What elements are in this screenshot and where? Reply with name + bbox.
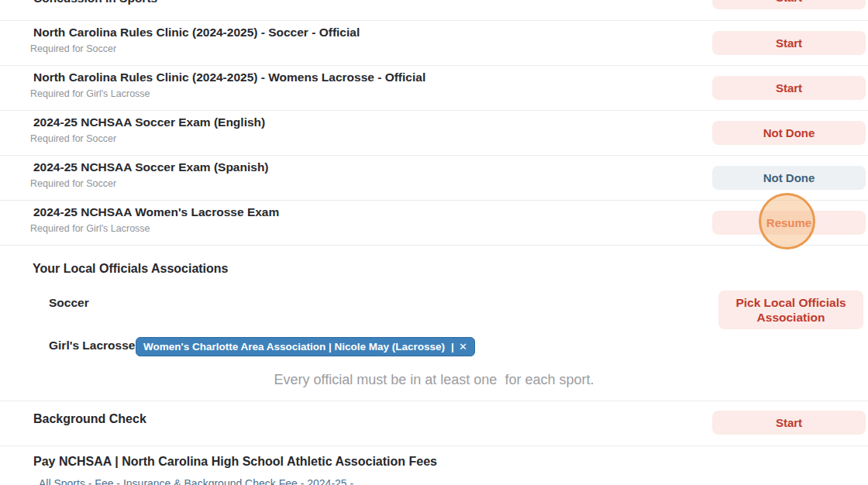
start-button[interactable]: Start [712, 31, 866, 55]
requirement-title: North Carolina Rules Clinic (2024-2025) … [33, 71, 425, 84]
requirement-subtitle: Required for Girl's Lacrosse [30, 223, 150, 234]
start-button[interactable]: Start [712, 0, 866, 9]
sport-label-girls-lacrosse: Girl's Lacrosse [49, 339, 135, 353]
requirement-row: 2024-25 NCHSAA Soccer Exam (English) Req… [0, 110, 868, 155]
requirement-title: Concussion in Sports [33, 0, 157, 5]
requirement-row: North Carolina Rules Clinic (2024-2025) … [0, 20, 868, 65]
requirement-title: 2024-25 NCHSAA Soccer Exam (English) [33, 115, 265, 129]
association-chip-divider: | [451, 338, 454, 356]
association-note: Every official must be in at least one f… [0, 371, 868, 388]
fees-link[interactable]: All Sports - Fee - Insurance & Backgroun… [39, 477, 353, 485]
start-button[interactable]: Start [712, 411, 866, 435]
association-chip: Women's Charlotte Area Association | Nic… [136, 337, 475, 356]
background-check-row: Background Check Start [0, 401, 868, 445]
chip-close-icon[interactable]: ✕ [459, 338, 467, 356]
requirement-subtitle: Required for Soccer [30, 43, 116, 54]
requirement-subtitle: Required for Soccer [30, 133, 116, 144]
requirements-page: Concussion in Sports Start North Carolin… [0, 0, 868, 485]
sport-label-soccer: Soccer [49, 296, 89, 310]
requirement-subtitle: Required for Soccer [30, 178, 116, 189]
requirement-title: North Carolina Rules Clinic (2024-2025) … [33, 26, 360, 40]
fees-title: Pay NCHSAA | North Carolina High School … [33, 455, 437, 469]
background-check-title: Background Check [33, 412, 146, 426]
requirement-title: 2024-25 NCHSAA Women's Lacrosse Exam [33, 205, 279, 219]
requirement-row: 2024-25 NCHSAA Soccer Exam (Spanish) Req… [0, 155, 868, 200]
pick-association-button[interactable]: Pick Local Officials Association [718, 291, 863, 329]
resume-button[interactable]: Resume [712, 211, 866, 235]
requirement-subtitle: Required for Girl's Lacrosse [30, 88, 150, 99]
not-done-button[interactable]: Not Done [712, 121, 866, 145]
fees-row: Pay NCHSAA | North Carolina High School … [0, 445, 868, 485]
requirement-row: 2024-25 NCHSAA Women's Lacrosse Exam Req… [0, 200, 868, 245]
not-done-button[interactable]: Not Done [712, 166, 866, 190]
requirement-row-partial: Concussion in Sports Start [0, 0, 868, 20]
requirement-row: North Carolina Rules Clinic (2024-2025) … [0, 65, 868, 110]
section-heading: Your Local Officials Associations [33, 262, 229, 276]
requirement-title: 2024-25 NCHSAA Soccer Exam (Spanish) [33, 160, 269, 174]
association-chip-label: Women's Charlotte Area Association | Nic… [143, 338, 445, 356]
local-associations-section: Your Local Officials Associations Soccer… [0, 245, 868, 401]
start-button[interactable]: Start [712, 76, 866, 100]
